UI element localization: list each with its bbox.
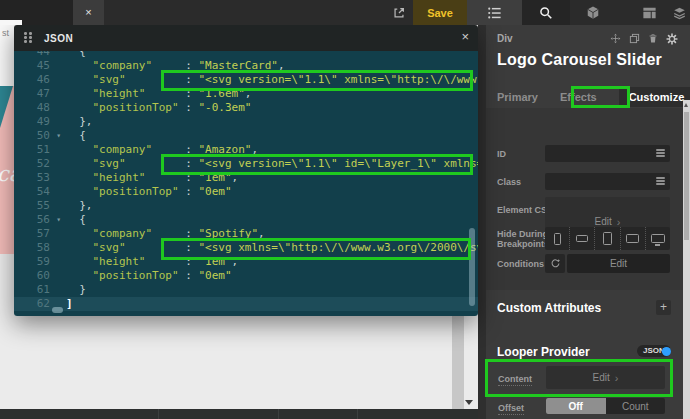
delete-element-button[interactable] bbox=[648, 33, 658, 45]
gear-icon bbox=[666, 33, 678, 45]
preview-page-area bbox=[0, 316, 478, 409]
code-line-47[interactable]: 47 "height" : "1.6em", bbox=[14, 87, 478, 101]
dynamic-content-icon[interactable] bbox=[656, 177, 665, 185]
custom-attributes-heading: Custom Attributes bbox=[497, 301, 601, 315]
close-editor-button[interactable]: × bbox=[461, 29, 469, 44]
element-actions bbox=[610, 33, 678, 45]
code-text: "height" : "1em", bbox=[50, 171, 238, 185]
code-line-46[interactable]: 46 "svg" : "<svg version=\"1.1\" xmlns=\… bbox=[14, 73, 478, 87]
line-number: 54 bbox=[14, 185, 50, 199]
code-text: "height" : "1.6em", bbox=[50, 87, 251, 101]
code-line-45[interactable]: 45 "company" : "MasterCard", bbox=[14, 59, 478, 73]
line-number: 51 bbox=[14, 143, 50, 157]
code-text: "positionTop" : "-0.3em" bbox=[50, 101, 251, 115]
looper-content-edit-button[interactable]: Edit › bbox=[546, 366, 665, 389]
move-element-button[interactable] bbox=[610, 33, 621, 45]
duplicate-icon bbox=[629, 33, 640, 44]
editor-horizontal-scrollbar[interactable] bbox=[52, 307, 63, 313]
code-text: "svg" : "<svg xmlns=\"http:\/\/www.w3.or… bbox=[50, 241, 478, 255]
breakpoint-toggles bbox=[545, 227, 670, 250]
fold-arrow-icon[interactable]: ▾ bbox=[56, 129, 61, 143]
tablet-portrait-icon bbox=[603, 232, 612, 245]
code-text: { bbox=[50, 51, 86, 59]
code-line-59[interactable]: 59 "height" : "1em", bbox=[14, 255, 478, 269]
line-number: 59 bbox=[14, 255, 50, 269]
looper-enabled-toggle[interactable] bbox=[662, 347, 671, 356]
preview-page-fragment bbox=[0, 20, 22, 25]
json-editor-header[interactable]: JSON × bbox=[14, 25, 478, 51]
layers-button[interactable] bbox=[668, 0, 690, 25]
add-attribute-button[interactable]: + bbox=[656, 300, 671, 315]
code-line-48[interactable]: 48 "positionTop" : "-0.3em" bbox=[14, 101, 478, 115]
close-builder-button[interactable]: × bbox=[73, 0, 104, 25]
code-line-51[interactable]: 51 "company" : "Amazon", bbox=[14, 143, 478, 157]
search-button[interactable] bbox=[522, 0, 570, 25]
code-text: "company" : "MasterCard", bbox=[50, 59, 285, 73]
breakpoint-phone-landscape[interactable] bbox=[570, 227, 595, 250]
class-input[interactable] bbox=[545, 173, 670, 190]
edit-label: Edit bbox=[595, 216, 612, 227]
conditions-toggle-button[interactable] bbox=[545, 254, 565, 273]
inspector-sidebar: Div bbox=[478, 25, 690, 419]
breakpoint-tablet-portrait[interactable] bbox=[595, 227, 620, 250]
line-number: 58 bbox=[14, 241, 50, 255]
line-number: 44 bbox=[14, 51, 50, 59]
elements-library-button[interactable] bbox=[570, 0, 615, 25]
breakpoint-tablet-landscape[interactable] bbox=[621, 227, 646, 250]
open-preview-button[interactable] bbox=[384, 0, 413, 25]
id-input[interactable] bbox=[545, 145, 670, 162]
tab-primary[interactable]: Primary bbox=[497, 91, 538, 103]
code-lines: 44 {45 "company" : "MasterCard",46 "svg"… bbox=[14, 51, 478, 311]
preview-partial-text: st bbox=[2, 28, 9, 38]
editor-title: JSON bbox=[44, 33, 73, 44]
code-line-54[interactable]: 54 "positionTop" : "0em" bbox=[14, 185, 478, 199]
code-line-56[interactable]: 56▾ { bbox=[14, 213, 478, 227]
code-line-49[interactable]: 49 }, bbox=[14, 115, 478, 129]
editor-vertical-scrollbar[interactable] bbox=[469, 228, 475, 306]
offset-off-option[interactable]: Off bbox=[546, 398, 606, 414]
sidebar-scrollbar[interactable] bbox=[683, 100, 690, 419]
code-line-57[interactable]: 57 "company" : "Spotify", bbox=[14, 227, 478, 241]
preview-logo-card: ca bbox=[0, 86, 14, 254]
external-link-icon bbox=[392, 6, 406, 20]
scrollbar-thumb[interactable] bbox=[684, 112, 689, 240]
breakpoint-phone-portrait[interactable] bbox=[545, 227, 570, 250]
edit-label: Edit bbox=[593, 372, 610, 383]
code-text: "company" : "Amazon", bbox=[50, 143, 258, 157]
save-button[interactable]: Save bbox=[413, 0, 467, 25]
scroll-down-arrow-icon[interactable] bbox=[465, 400, 473, 405]
code-line-61[interactable]: 61 } bbox=[14, 283, 478, 297]
json-editor-panel: JSON × 44 {45 "company" : "MasterCard",4… bbox=[14, 25, 478, 316]
line-number: 60 bbox=[14, 269, 50, 283]
tab-effects[interactable]: Effects bbox=[560, 91, 597, 103]
code-line-52[interactable]: 52 "svg" : "<svg version=\"1.1\" id=\"La… bbox=[14, 157, 478, 171]
layout-columns-button[interactable] bbox=[627, 0, 672, 25]
code-line-58[interactable]: 58 "svg" : "<svg xmlns=\"http:\/\/www.w3… bbox=[14, 241, 478, 255]
code-line-53[interactable]: 53 "height" : "1em", bbox=[14, 171, 478, 185]
element-settings-button[interactable] bbox=[666, 33, 678, 45]
code-line-44[interactable]: 44 { bbox=[14, 51, 478, 59]
outline-list-button[interactable] bbox=[467, 0, 522, 25]
code-line-62[interactable]: 62] bbox=[14, 297, 478, 311]
id-field-label: ID bbox=[497, 149, 506, 159]
conditions-edit-button[interactable]: Edit bbox=[567, 254, 670, 273]
preview-vertical-scrollbar[interactable] bbox=[452, 316, 464, 409]
columns-layout-icon bbox=[642, 6, 657, 20]
phone-portrait-icon bbox=[554, 233, 561, 245]
duplicate-element-button[interactable] bbox=[629, 33, 640, 45]
code-editor[interactable]: 44 {45 "company" : "MasterCard",46 "svg"… bbox=[14, 51, 478, 316]
fold-arrow-icon[interactable]: ▾ bbox=[56, 213, 61, 227]
breakpoint-desktop[interactable] bbox=[646, 227, 670, 250]
code-line-50[interactable]: 50▾ { bbox=[14, 129, 478, 143]
line-number: 46 bbox=[14, 73, 50, 87]
code-text: } bbox=[50, 283, 86, 297]
code-line-60[interactable]: 60 "positionTop" : "0em" bbox=[14, 269, 478, 283]
dynamic-content-icon[interactable] bbox=[656, 149, 665, 157]
trash-icon bbox=[648, 33, 658, 44]
offset-count-option[interactable]: Count bbox=[606, 398, 666, 414]
tab-customize[interactable]: Customize bbox=[619, 87, 690, 107]
offset-segmented-control: Off Count bbox=[546, 398, 665, 414]
drag-handle-icon[interactable] bbox=[24, 32, 34, 44]
line-number: 62 bbox=[14, 297, 50, 311]
code-line-55[interactable]: 55 }, bbox=[14, 199, 478, 213]
